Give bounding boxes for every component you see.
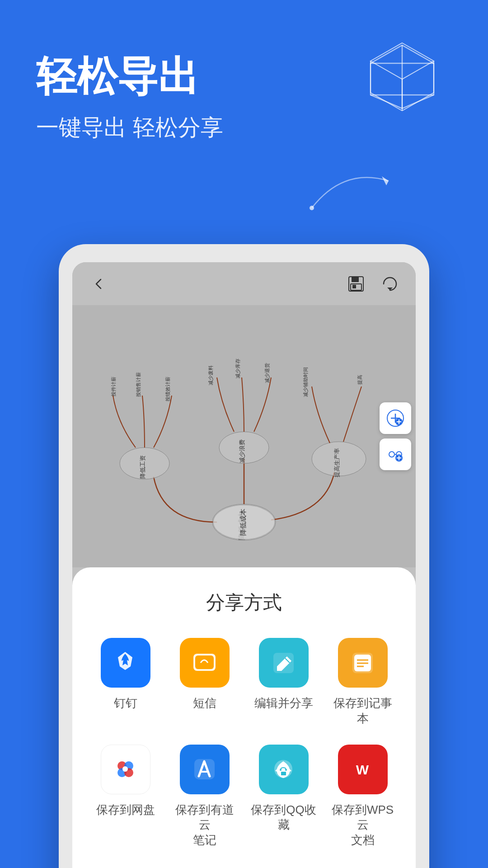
- svg-point-65: [285, 769, 287, 771]
- svg-point-60: [122, 766, 128, 772]
- svg-text:减少库存: 减少库存: [235, 359, 240, 378]
- svg-text:降低成本: 降低成本: [239, 509, 247, 536]
- cube-icon: [361, 36, 443, 118]
- share-item-notes[interactable]: 保存到记事本: [328, 638, 398, 726]
- share-item-sms[interactable]: 短信: [169, 638, 239, 726]
- side-tools: [380, 402, 411, 470]
- share-title: 分享方式: [90, 590, 398, 615]
- dingtalk-label: 钉钉: [114, 696, 137, 711]
- refresh-button[interactable]: [377, 271, 402, 296]
- netdisk-label: 保存到网盘: [96, 802, 155, 818]
- svg-text:按件计薪: 按件计薪: [111, 377, 116, 396]
- svg-text:提高生产率: 提高生产率: [333, 448, 340, 477]
- save-button[interactable]: [343, 271, 368, 296]
- top-section: 轻松导出 一键导出 轻松分享: [0, 0, 488, 235]
- svg-point-10: [310, 206, 314, 210]
- share-item-netdisk[interactable]: 保存到网盘: [90, 745, 160, 848]
- svg-text:减少浪费: 减少浪费: [239, 439, 245, 463]
- qq-label: 保存到QQ收藏: [249, 802, 319, 833]
- svg-text:按销售计薪: 按销售计薪: [136, 372, 141, 397]
- wps-label: 保存到WPS云 文档: [328, 802, 398, 848]
- add-node-button[interactable]: [380, 402, 411, 434]
- sms-label: 短信: [193, 696, 216, 711]
- phone-toolbar: [72, 262, 416, 305]
- phone-frame: 降低成本 降低工资 按件计薪 按销售计薪 按绩效计薪: [59, 244, 429, 868]
- toolbar-left: [86, 271, 111, 296]
- youdao-icon: [180, 745, 230, 794]
- qq-collect-icon: [259, 745, 309, 794]
- netdisk-icon: [101, 745, 150, 794]
- share-item-dingtalk[interactable]: 钉钉: [90, 638, 160, 726]
- svg-text:减少辅助时间: 减少辅助时间: [303, 367, 308, 397]
- mindmap-area: 降低成本 降低工资 按件计薪 按销售计薪 按绩效计薪: [72, 305, 416, 567]
- share-item-qq[interactable]: 保存到QQ收藏: [249, 745, 319, 848]
- notes-label: 保存到记事本: [328, 696, 398, 726]
- arrow-curve-icon: [307, 163, 398, 217]
- svg-text:W: W: [356, 762, 369, 777]
- pagination-dots: [90, 862, 398, 868]
- wps-icon: W: [338, 745, 388, 794]
- svg-text:提高: 提高: [357, 375, 362, 385]
- link-button[interactable]: [380, 439, 411, 470]
- svg-text:按绩效计薪: 按绩效计薪: [165, 377, 170, 401]
- share-item-edit[interactable]: 编辑并分享: [249, 638, 319, 726]
- notes-icon: [338, 638, 388, 688]
- edit-share-icon: [259, 638, 309, 688]
- back-button[interactable]: [86, 271, 111, 296]
- sms-icon: [180, 638, 230, 688]
- svg-point-64: [280, 769, 282, 771]
- svg-rect-13: [352, 277, 359, 282]
- share-grid: 钉钉 短信: [90, 638, 398, 848]
- toolbar-right: [343, 271, 402, 296]
- svg-rect-48: [195, 656, 214, 669]
- svg-rect-15: [352, 285, 356, 288]
- youdao-label: 保存到有道云 笔记: [169, 802, 239, 848]
- share-item-youdao[interactable]: 保存到有道云 笔记: [169, 745, 239, 848]
- share-panel: 分享方式 钉钉: [72, 567, 416, 868]
- svg-text:减少退货: 减少退货: [264, 363, 270, 383]
- svg-text:降低工资: 降低工资: [139, 455, 146, 479]
- phone-container: 降低成本 降低工资 按件计薪 按销售计薪 按绩效计薪: [0, 244, 488, 868]
- svg-point-41: [389, 452, 394, 457]
- svg-text:减少废料: 减少废料: [208, 365, 213, 385]
- phone-inner: 降低成本 降低工资 按件计薪 按销售计薪 按绩效计薪: [72, 262, 416, 868]
- svg-marker-11: [382, 176, 389, 185]
- edit-share-label: 编辑并分享: [254, 696, 313, 711]
- share-item-wps[interactable]: W 保存到WPS云 文档: [328, 745, 398, 848]
- dingtalk-icon: [101, 638, 150, 688]
